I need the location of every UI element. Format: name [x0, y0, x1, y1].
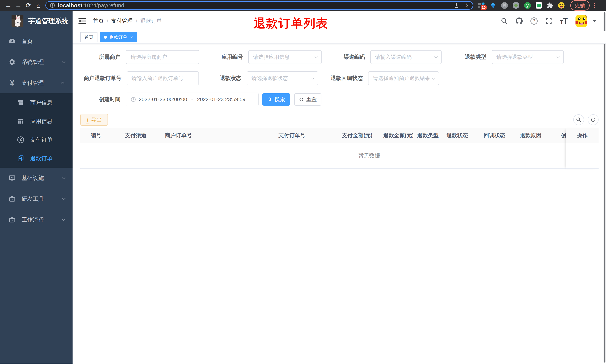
- placeholder: 请选择应用信息: [253, 53, 312, 61]
- chevron-down-icon: [432, 76, 435, 79]
- extension-emoji-icon[interactable]: [558, 2, 565, 9]
- font-size-icon[interactable]: TT: [560, 17, 568, 25]
- date-range-picker[interactable]: 2022-01-23 00:00:00 - 2022-01-23 23:59:5…: [126, 92, 259, 106]
- export-button[interactable]: ↓ 导出: [80, 114, 108, 126]
- table-header-row: 编号 支付渠道 商户订单号 支付订单号 支付金额(元) 退款金额(元) 退款类型…: [80, 128, 599, 143]
- extension-tabs-icon[interactable]: 10: [478, 2, 485, 9]
- filter-label: 应用编号: [199, 53, 248, 61]
- sidebar-item-label: 基础设施: [22, 174, 44, 182]
- chevron-down-icon: [315, 55, 318, 58]
- sidebar-item-label: 支付订单: [30, 136, 53, 144]
- extension-recorder-icon[interactable]: [513, 2, 519, 9]
- date-end-value: 2022-01-23 23:59:59: [197, 96, 245, 103]
- col-refund-type: 退款类型: [413, 132, 443, 139]
- tag-home[interactable]: 首页: [80, 32, 97, 42]
- search-icon: [267, 97, 272, 102]
- sidebar-item-label: 退款订单: [30, 155, 53, 162]
- col-id: 编号: [87, 132, 121, 139]
- page-scrollbar[interactable]: [604, 12, 606, 363]
- sidebar-item-pay-order[interactable]: ¥ 支付订单: [0, 130, 73, 149]
- user-avatar[interactable]: [576, 15, 587, 27]
- refresh-table-button[interactable]: [588, 114, 599, 125]
- github-icon[interactable]: [516, 17, 523, 25]
- browser-forward-icon[interactable]: →: [13, 1, 24, 9]
- sidebar-item-merchant-info[interactable]: 商户信息: [0, 93, 73, 112]
- bookmark-star-icon[interactable]: ☆: [463, 2, 469, 9]
- merchant-refund-no-input[interactable]: 请输入商户退款订单号: [127, 71, 199, 85]
- list-toolbar: ↓ 导出: [80, 114, 599, 126]
- toggle-search-button[interactable]: [573, 114, 584, 125]
- sidebar-item-infra[interactable]: 基础设施: [0, 168, 73, 189]
- callback-status-select[interactable]: 请选择通知商户退款结果的: [368, 71, 439, 85]
- app-select[interactable]: 请选择应用信息: [248, 50, 322, 64]
- browser-update-button[interactable]: 更新: [570, 0, 590, 11]
- address-bar[interactable]: localhost:1024/pay/refund ☆: [45, 1, 473, 10]
- active-dot-icon: [104, 36, 107, 39]
- extension-chat-icon[interactable]: [536, 2, 542, 9]
- shop-icon: [16, 99, 25, 106]
- filter-label: 退款类型: [442, 53, 492, 61]
- sidebar-item-refund-order[interactable]: 退款订单: [0, 149, 73, 168]
- extension-puzzle-icon[interactable]: [547, 2, 553, 9]
- browser-menu-icon[interactable]: [594, 3, 595, 8]
- reset-button[interactable]: 重置: [294, 93, 321, 105]
- chevron-down-icon: [62, 217, 66, 221]
- filter-row-1: 所属商户 请选择所属商户 应用编号 请选择应用信息 渠道编码 请输入渠道编码 退…: [80, 50, 599, 64]
- top-navbar: 首页 / 支付管理 / 退款订单 退款订单列表 ? TT: [73, 11, 606, 31]
- col-refund-status: 退款状态: [443, 132, 480, 139]
- sidebar-collapse-icon[interactable]: [79, 18, 86, 24]
- chevron-down-icon: [62, 60, 66, 63]
- extensions-cluster: 10 ⌘ y: [478, 2, 565, 9]
- sidebar-item-system[interactable]: 系统管理: [0, 52, 73, 73]
- extension-command-icon[interactable]: ⌘: [501, 2, 508, 9]
- col-pay-channel: 支付渠道: [121, 132, 161, 139]
- col-refund-reason: 退款原因: [516, 132, 557, 139]
- sidebar-item-workflow[interactable]: 工作流程: [0, 209, 73, 230]
- download-icon: ↓: [86, 117, 89, 122]
- merchant-input[interactable]: 请选择所属商户: [126, 50, 199, 64]
- help-icon[interactable]: ?: [530, 17, 538, 25]
- sidebar-item-payment[interactable]: ¥ 支付管理: [0, 73, 73, 93]
- search-icon[interactable]: [501, 17, 508, 25]
- placeholder: 请选择通知商户退款结果的: [373, 75, 430, 82]
- placeholder: 请选择退款状态: [251, 75, 309, 82]
- extension-gem-icon[interactable]: [490, 2, 496, 9]
- share-icon[interactable]: [453, 2, 460, 8]
- extension-y-icon[interactable]: y: [524, 2, 531, 9]
- close-icon[interactable]: ×: [130, 35, 133, 40]
- channel-code-select[interactable]: 请输入渠道编码: [370, 50, 442, 64]
- col-action: 操作: [566, 128, 599, 143]
- sidebar-logo[interactable]: 芋道管理系统: [0, 11, 73, 31]
- col-pay-amount: 支付金额(元): [338, 132, 380, 139]
- extension-badge: 10: [481, 5, 487, 10]
- col-callback-status: 回调状态: [480, 132, 516, 139]
- refund-status-select[interactable]: 请选择退款状态: [247, 71, 318, 85]
- breadcrumb-home[interactable]: 首页: [93, 17, 104, 25]
- sidebar-item-label: 研发工具: [22, 195, 44, 203]
- placeholder: 请选择所属商户: [131, 53, 195, 61]
- fixed-action-column: 操作: [566, 128, 599, 169]
- breadcrumb-payment[interactable]: 支付管理: [111, 17, 133, 25]
- monitor-icon: [7, 175, 17, 182]
- sidebar: 芋道管理系统 首页 系统管理 ¥ 支付管理: [0, 11, 73, 364]
- sidebar-item-app-info[interactable]: 应用信息: [0, 112, 73, 130]
- browser-home-icon[interactable]: ⌂: [33, 1, 43, 9]
- breadcrumb-separator: /: [107, 18, 108, 24]
- fullscreen-icon[interactable]: [545, 17, 553, 25]
- sidebar-item-devtools[interactable]: 研发工具: [0, 189, 73, 209]
- avatar-caret-icon[interactable]: [593, 20, 596, 22]
- sidebar-item-home[interactable]: 首页: [0, 31, 73, 52]
- tag-refund-order[interactable]: 退款订单 ×: [100, 32, 137, 42]
- breadcrumb-separator: /: [136, 18, 137, 24]
- browser-reload-icon[interactable]: ⟳: [24, 1, 33, 9]
- col-refund-amount: 退款金额(元): [380, 132, 413, 139]
- app-title: 芋道管理系统: [28, 16, 68, 26]
- refund-type-select[interactable]: 请选择退款类型: [492, 50, 564, 64]
- logo-rabbit-image: [12, 15, 24, 27]
- search-button[interactable]: 搜索: [262, 93, 290, 105]
- filter-label: 所属商户: [80, 53, 126, 61]
- breadcrumb: 首页 / 支付管理 / 退款订单: [93, 17, 162, 25]
- sidebar-menu: 首页 系统管理 ¥ 支付管理 商户信息: [0, 31, 73, 230]
- browser-back-icon[interactable]: ←: [3, 1, 13, 9]
- site-info-icon[interactable]: [50, 3, 55, 8]
